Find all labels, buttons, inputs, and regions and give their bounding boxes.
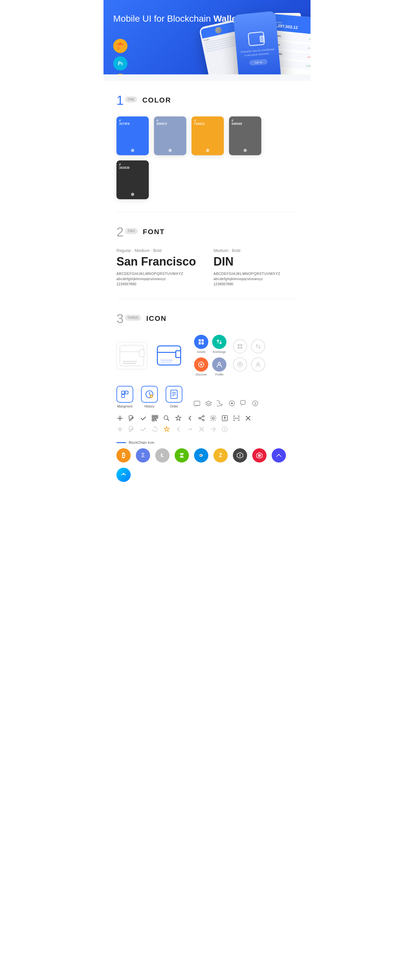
svg-rect-14 (122, 391, 124, 394)
svg-point-35 (203, 420, 204, 421)
crypto-coins-row: ₿ Ξ Ł Z (116, 448, 298, 482)
swatch-dot (244, 149, 247, 152)
app-icon-assets: Assets (194, 335, 208, 353)
icon-moon (217, 400, 224, 408)
swatch-dot (131, 193, 134, 196)
utility-icons-row1 (116, 415, 298, 423)
swatch-grayblue: # 8DA0C8 (154, 116, 186, 155)
section-number-icon: 3 THREE (116, 312, 141, 325)
svg-point-33 (203, 415, 204, 417)
font-din: Medium · Bold DIN ABCDEFGHIJKLMNOPQRSTUV… (213, 248, 298, 286)
icon-info (252, 400, 259, 408)
ps-badge: Ps (113, 56, 127, 70)
icon-wireframe (116, 342, 147, 369)
section-header-font: 2 TWO FONT (116, 226, 298, 239)
color-section: 1 ONE COLOR # 3574FA # 8DA0C8 # F5A623 #… (104, 81, 310, 212)
icon-circle-dot (228, 400, 236, 408)
svg-point-22 (231, 402, 233, 404)
app-icon-exchange: Exchange (212, 335, 226, 353)
svg-point-13 (257, 363, 259, 364)
ghost-arrows (186, 426, 193, 434)
svg-point-45 (123, 473, 124, 475)
icon-close (245, 415, 252, 423)
ghost-list-edit (128, 426, 135, 434)
svg-rect-2 (199, 342, 201, 344)
icon-share (198, 415, 205, 423)
app-icon-profile: Profile (212, 357, 226, 376)
phone-center: Character may be manifested in the great… (233, 11, 282, 75)
coin-sky (116, 468, 131, 482)
svg-rect-20 (194, 401, 200, 406)
mgmt-icon-mangment: Mangment (116, 386, 133, 408)
icon-section: 3 THREE ICON (104, 299, 310, 495)
hero-badges: Ps 60+Screens (113, 39, 127, 75)
svg-rect-3 (202, 342, 204, 344)
app-icons-ghost (233, 339, 265, 372)
coin-iota (233, 448, 247, 463)
section-number-color: 1 ONE (116, 94, 137, 107)
svg-point-5 (200, 364, 202, 366)
sketch-badge (113, 39, 127, 53)
svg-rect-9 (238, 347, 240, 348)
utility-icons-row2-ghost (116, 426, 298, 434)
swatch-dot (131, 149, 134, 152)
svg-point-34 (199, 418, 201, 419)
svg-marker-44 (258, 454, 261, 457)
app-icon-discover: Discover (194, 357, 208, 376)
svg-rect-30 (156, 416, 157, 417)
svg-rect-10 (240, 347, 242, 348)
ghost-check (140, 426, 147, 434)
font-sf: Regular · Medium · Bold San Francisco AB… (116, 248, 201, 286)
icon-chevron-left (186, 415, 193, 423)
swatch-orange: # F5A623 (191, 116, 224, 155)
swatch-dark: # 303030 (116, 161, 149, 199)
ghost-arrow-right (210, 426, 217, 434)
ghost-plus (116, 426, 124, 434)
ghost-info (221, 426, 228, 434)
ghost-assets (233, 339, 247, 353)
ghost-refresh (151, 426, 158, 434)
swatch-gray: # 666666 (229, 116, 261, 155)
icon-scan (233, 415, 240, 423)
icon-colored-wallet (154, 342, 184, 369)
blockchain-label-row: BlockChain Icon (116, 441, 298, 444)
icon-plus (116, 415, 124, 423)
svg-point-6 (218, 363, 221, 365)
icon-main-row: Assets Exchange Discover Profile (116, 335, 298, 376)
font-grid: Regular · Medium · Bold San Francisco AB… (116, 248, 298, 286)
svg-rect-31 (153, 419, 154, 420)
icon-settings (210, 415, 217, 423)
swatch-dot (206, 149, 209, 152)
ghost-discover (233, 357, 247, 372)
coin-eth: Ξ (136, 448, 150, 463)
coin-neo (175, 448, 189, 463)
swatch-dot (169, 149, 172, 152)
svg-rect-23 (240, 401, 245, 404)
svg-rect-15 (125, 391, 128, 394)
section-number-font: 2 TWO (116, 226, 138, 239)
hero-bottom-fade (104, 75, 310, 81)
svg-rect-1 (202, 339, 204, 342)
blockchain-line (116, 442, 126, 443)
hero-section: UI Kit Mobile UI for Blockchain Wallet P… (104, 0, 310, 75)
ghost-chevron-left (175, 426, 182, 434)
svg-point-32 (164, 415, 168, 420)
icon-chat (193, 401, 201, 407)
icon-speech (240, 400, 247, 408)
icon-star (175, 415, 182, 423)
section-header-icon: 3 THREE ICON (116, 312, 298, 325)
mgmt-icon-history: History (141, 386, 158, 408)
svg-rect-7 (238, 344, 240, 346)
screens-badge: 60+Screens (113, 74, 127, 75)
svg-point-12 (239, 364, 240, 365)
ghost-exchange (251, 339, 265, 353)
app-icons-active: Assets Exchange Discover Profile (194, 335, 226, 376)
section-header-color: 1 ONE COLOR (116, 94, 298, 107)
icon-layers (205, 401, 212, 407)
icon-qr (151, 415, 158, 423)
icon-list-edit (128, 415, 135, 423)
icon-upload (221, 415, 228, 423)
ghost-star (163, 426, 170, 434)
svg-rect-8 (240, 344, 242, 346)
font-section: 2 TWO FONT Regular · Medium · Bold San F… (104, 213, 310, 299)
